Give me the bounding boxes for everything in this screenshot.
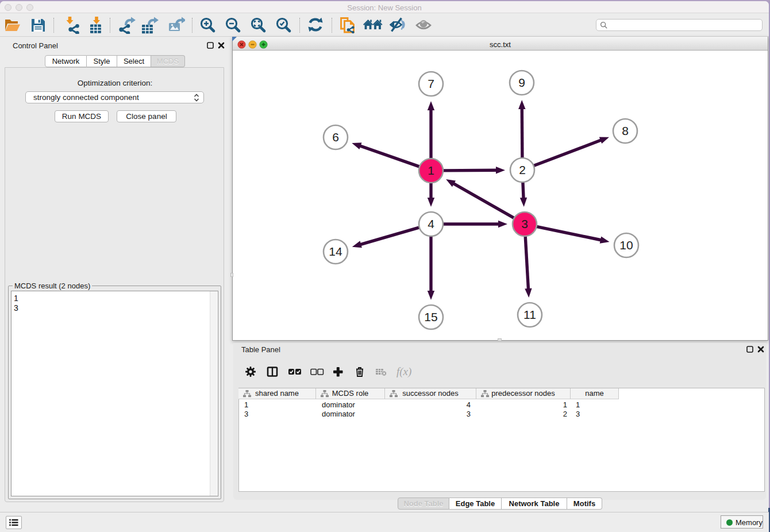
svg-text:2: 2 (519, 163, 526, 176)
svg-text:11: 11 (523, 308, 536, 321)
svg-text:8: 8 (622, 124, 629, 137)
svg-text:10: 10 (619, 238, 633, 252)
svg-text:7: 7 (428, 77, 434, 90)
svg-text:6: 6 (332, 130, 339, 144)
svg-text:3: 3 (521, 217, 528, 230)
svg-text:15: 15 (424, 310, 437, 323)
svg-text:14: 14 (329, 245, 342, 258)
svg-text:1: 1 (428, 164, 434, 177)
svg-text:9: 9 (518, 76, 525, 89)
svg-text:4: 4 (428, 217, 434, 230)
